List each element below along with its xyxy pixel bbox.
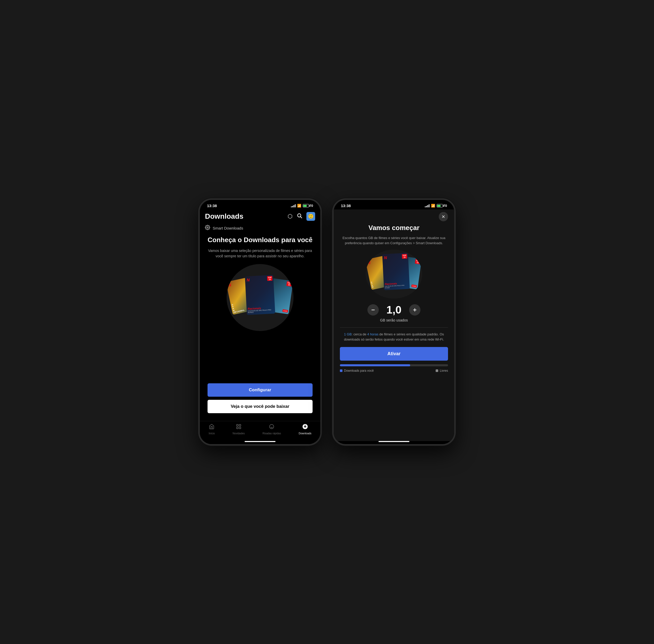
svg-point-7 xyxy=(270,424,274,429)
header-actions: ⬡ 🙂 xyxy=(288,212,315,221)
bottom-nav: Início Novidades xyxy=(200,421,320,441)
view-available-button[interactable]: Veja o que você pode baixar xyxy=(208,400,312,413)
netflix-logo-4: N xyxy=(384,256,387,260)
netflix-logo-3: N xyxy=(367,260,371,265)
gb-increase-button[interactable] xyxy=(409,304,420,316)
hours-highlight: 4 horas xyxy=(367,332,378,336)
page-title: Downloads xyxy=(205,212,243,221)
cast-icon[interactable]: ⬡ xyxy=(288,213,293,220)
svg-line-1 xyxy=(301,217,302,218)
notch xyxy=(244,200,276,208)
movie-card-racionais: N TOP10 Racionais DAS RUAS DE SÃO PAULO … xyxy=(245,275,275,315)
signal-icon xyxy=(291,204,296,207)
svg-rect-3 xyxy=(237,424,238,426)
setup-card-racionais: N TOP10 Racionais DAS RUAS DE SÃO PAULO … xyxy=(382,253,410,290)
info-text-part2: : cerca de xyxy=(352,332,368,336)
close-button[interactable] xyxy=(439,212,448,221)
gb-selector: 1,0 xyxy=(340,304,448,316)
nav-newandpopular-label: Novidades xyxy=(233,432,244,435)
gb-label: GB serão usados xyxy=(340,318,448,322)
top10-badge-3: TOP10 xyxy=(402,254,407,259)
gb-decrease-button[interactable] xyxy=(368,304,379,316)
netflix-logo: N xyxy=(228,282,232,288)
home-indicator-right xyxy=(378,441,410,442)
search-icon[interactable] xyxy=(297,213,302,220)
setup-cards-container: N DAHM N TOP10 Racionais DAS RUAS DE SÃO… xyxy=(368,251,420,297)
nav-fastreels-label: Risadas rápidas xyxy=(262,432,281,435)
nav-fastreels[interactable]: Risadas rápidas xyxy=(262,424,281,435)
wifi-icon-right: 📶 xyxy=(431,204,435,208)
legend-downloads-label: Downloads para você xyxy=(344,369,374,372)
time-left: 13:38 xyxy=(207,204,217,208)
nav-downloads-label: Downloads xyxy=(299,432,311,435)
nav-downloads[interactable]: Downloads xyxy=(299,424,311,435)
gb-amount-highlight: 1 GB xyxy=(344,332,352,336)
top10-badge-4: TOP10 xyxy=(415,259,421,264)
battery-right: 70 xyxy=(437,204,447,208)
page-header: Downloads ⬡ 🙂 xyxy=(200,209,320,223)
signal-icon-right xyxy=(425,204,429,207)
svg-rect-5 xyxy=(237,427,238,429)
storage-info: 1 GB: cerca de 4 horas de filmes e série… xyxy=(340,332,448,342)
configure-button[interactable]: Configurar xyxy=(208,383,312,397)
status-icons-left: 📶 70 xyxy=(291,204,313,208)
movie-cards-circle: N DAHMUM CANIBAL N TOP10 Racionais DAS R… xyxy=(227,264,294,331)
setup-subtitle: Escolha quantos GB de filmes e séries vo… xyxy=(340,235,448,246)
hero-subtitle: Vamos baixar uma seleção personalizada d… xyxy=(208,248,312,259)
fastreels-icon xyxy=(269,424,275,431)
setup-movie-cards-circle: N DAHM N TOP10 Racionais DAS RUAS DE SÃO… xyxy=(366,250,422,299)
downloads-icon xyxy=(302,424,308,431)
right-phone: 13:38 📶 70 Vamos começar Escolha quantos… xyxy=(332,198,456,446)
activate-button[interactable]: Ativar xyxy=(340,347,448,361)
main-content: Conheça o Downloads para você Vamos baix… xyxy=(200,233,320,421)
svg-rect-6 xyxy=(239,427,241,429)
nav-home-label: Início xyxy=(209,432,215,435)
divider xyxy=(340,327,448,328)
smart-downloads-label: Smart Downloads xyxy=(213,226,243,230)
wifi-icon: 📶 xyxy=(297,204,301,208)
legend-downloads: Downloads para você xyxy=(340,369,374,372)
status-icons-right: 📶 70 xyxy=(425,204,447,208)
hero-title: Conheça o Downloads para você xyxy=(208,236,312,244)
storage-bar xyxy=(340,364,448,366)
legend-dot-gray xyxy=(436,369,438,372)
season-badge: orada xyxy=(282,309,288,313)
storage-legend: Downloads para você Livres xyxy=(340,369,448,372)
nav-home[interactable]: Início xyxy=(209,424,215,435)
legend-free-label: Livres xyxy=(440,369,448,372)
setup-title: Vamos começar xyxy=(340,224,448,232)
newandpopular-icon xyxy=(236,424,241,431)
battery-indicator: 70 xyxy=(303,204,313,208)
settings-icon xyxy=(205,225,210,231)
avatar-icon[interactable]: 🙂 xyxy=(306,212,315,221)
storage-bar-fill xyxy=(340,364,410,366)
top10-badge-2: TOP10 xyxy=(286,281,292,287)
action-buttons: Configurar Veja o que você pode baixar xyxy=(208,383,312,416)
downloads-screen: Downloads ⬡ 🙂 Smart xyxy=(200,209,320,444)
legend-dot-blue xyxy=(340,369,343,372)
smart-downloads-row[interactable]: Smart Downloads xyxy=(200,223,320,233)
svg-point-2 xyxy=(207,227,208,228)
gb-value: 1,0 xyxy=(387,304,401,316)
home-icon xyxy=(209,424,214,431)
cards-container: N DAHMUM CANIBAL N TOP10 Racionais DAS R… xyxy=(232,272,288,323)
left-phone: 13:38 📶 70 Downloads ⬡ xyxy=(198,198,322,446)
netflix-logo-2: N xyxy=(247,278,250,282)
nav-newandpopular[interactable]: Novidades xyxy=(233,424,244,435)
setup-screen: Vamos começar Escolha quantos GB de film… xyxy=(334,209,454,441)
svg-rect-4 xyxy=(239,424,241,426)
time-right: 13:38 xyxy=(341,204,351,208)
home-indicator-left xyxy=(244,441,276,442)
legend-free: Livres xyxy=(436,369,448,372)
setup-season-badge: orada xyxy=(411,284,417,288)
top10-badge: TOP10 xyxy=(267,276,273,281)
notch-right xyxy=(378,200,410,208)
